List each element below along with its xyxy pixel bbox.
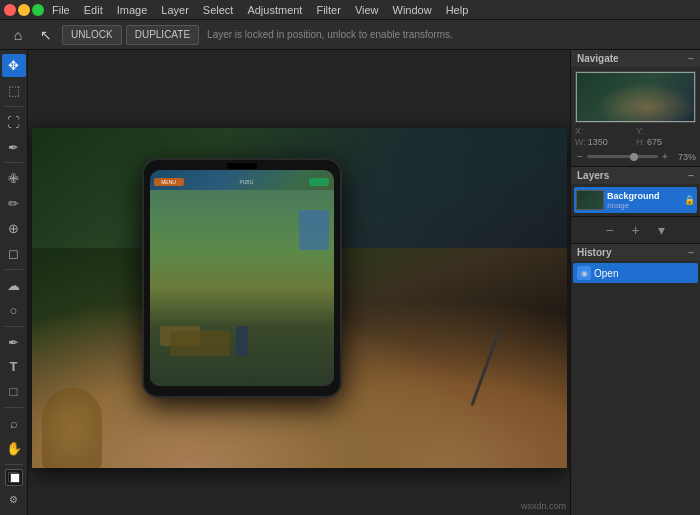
menu-bar: File Edit Image Layer Select Adjustment … — [0, 0, 700, 20]
layer-type: Image — [607, 201, 681, 210]
layers-controls: − + ▾ — [571, 216, 700, 243]
w-label: W: — [575, 137, 586, 147]
navigate-box — [576, 72, 695, 122]
navigate-thumbnail: X: Y: W: 1350 H: 675 — [571, 67, 700, 166]
layers-more-button[interactable]: ▾ — [653, 221, 671, 239]
navigate-title: Navigate — [577, 53, 619, 64]
navigate-header: Navigate − — [571, 50, 700, 67]
toolbox: ✥ ⬚ ⛶ ✒ ✙ ✏ ⊕ ◻ ☁ ○ ✒ T □ ⌕ ✋ ⚙ — [0, 50, 28, 515]
hand-tool[interactable]: ✋ — [2, 437, 26, 460]
pen-tool[interactable]: ✒ — [2, 331, 26, 354]
dodge-tool[interactable]: ○ — [2, 299, 26, 322]
navigate-preview[interactable] — [575, 71, 696, 123]
history-item-label: Open — [594, 268, 618, 279]
eyedropper-tool[interactable]: ✒ — [2, 136, 26, 159]
history-section: History − ◉ Open — [571, 244, 700, 515]
zoom-controls: − + 73% — [575, 151, 696, 162]
history-item[interactable]: ◉ Open — [573, 263, 698, 283]
menu-filter[interactable]: Filter — [310, 2, 346, 18]
history-header: History − — [571, 244, 700, 261]
photo-content: MENU PUBG — [32, 128, 567, 468]
move-tool[interactable]: ✥ — [2, 54, 26, 77]
eraser-tool[interactable]: ◻ — [2, 242, 26, 265]
healing-tool[interactable]: ✙ — [2, 167, 26, 190]
canvas-image[interactable]: MENU PUBG — [32, 128, 567, 468]
menu-layer[interactable]: Layer — [155, 2, 195, 18]
layers-section: Layers − Background Image 🔒 − + ▾ — [571, 167, 700, 244]
history-item-icon: ◉ — [577, 266, 591, 280]
h-value: 675 — [647, 137, 662, 147]
zoom-thumb[interactable] — [630, 153, 638, 161]
navigate-section: Navigate − X: Y: — [571, 50, 700, 167]
shape-tool[interactable]: □ — [2, 380, 26, 403]
h-label: H: — [636, 137, 645, 147]
layers-content: Background Image 🔒 — [571, 184, 700, 216]
layer-name: Background — [607, 191, 681, 201]
right-panel: Navigate − X: Y: — [570, 50, 700, 515]
zoom-percent: 73% — [672, 152, 696, 162]
x-label: X: — [575, 126, 584, 136]
window-close-button[interactable] — [4, 4, 16, 16]
layers-add-button[interactable]: + — [627, 221, 645, 239]
menu-window[interactable]: Window — [387, 2, 438, 18]
toolbar: ⌂ ↖ UNLOCK DUPLICATE Layer is locked in … — [0, 20, 700, 50]
clone-tool[interactable]: ⊕ — [2, 217, 26, 240]
menu-view[interactable]: View — [349, 2, 385, 18]
duplicate-button[interactable]: DUPLICATE — [126, 25, 199, 45]
window-maximize-button[interactable] — [32, 4, 44, 16]
layer-row[interactable]: Background Image 🔒 — [574, 187, 697, 213]
text-tool[interactable]: T — [2, 355, 26, 378]
tool-separator-4 — [5, 326, 23, 327]
settings-icon[interactable]: ⚙ — [2, 488, 26, 511]
layers-collapse-icon[interactable]: − — [688, 170, 694, 181]
tool-separator-2 — [5, 162, 23, 163]
layers-header: Layers − — [571, 167, 700, 184]
history-title: History — [577, 247, 611, 258]
pointer-icon[interactable]: ↖ — [34, 23, 58, 47]
main-layout: ✥ ⬚ ⛶ ✒ ✙ ✏ ⊕ ◻ ☁ ○ ✒ T □ ⌕ ✋ ⚙ — [0, 50, 700, 515]
tool-separator-6 — [5, 464, 23, 465]
zoom-tool[interactable]: ⌕ — [2, 412, 26, 435]
layer-thumbnail — [576, 190, 604, 210]
menu-edit[interactable]: Edit — [78, 2, 109, 18]
home-icon[interactable]: ⌂ — [6, 23, 30, 47]
tool-separator-3 — [5, 269, 23, 270]
history-collapse-icon[interactable]: − — [688, 247, 694, 258]
canvas-area[interactable]: MENU PUBG — [28, 50, 570, 515]
menu-select[interactable]: Select — [197, 2, 240, 18]
menu-file[interactable]: File — [46, 2, 76, 18]
navigate-collapse-icon[interactable]: − — [688, 53, 694, 64]
layer-lock-icon: 🔒 — [684, 195, 695, 205]
w-value: 1350 — [588, 137, 608, 147]
status-message: Layer is locked in position, unlock to e… — [207, 29, 453, 40]
y-label: Y: — [636, 126, 644, 136]
zoom-slider[interactable] — [587, 155, 658, 158]
history-content: ◉ Open — [571, 261, 700, 515]
layers-delete-button[interactable]: − — [601, 221, 619, 239]
marquee-tool[interactable]: ⬚ — [2, 79, 26, 102]
smudge-tool[interactable]: ☁ — [2, 274, 26, 297]
crop-tool[interactable]: ⛶ — [2, 111, 26, 134]
menu-image[interactable]: Image — [111, 2, 154, 18]
watermark: wsxdn.com — [521, 501, 566, 511]
unlock-button[interactable]: UNLOCK — [62, 25, 122, 45]
tool-separator-5 — [5, 407, 23, 408]
zoom-in-icon[interactable]: + — [660, 151, 670, 162]
menu-help[interactable]: Help — [440, 2, 475, 18]
menu-adjustment[interactable]: Adjustment — [241, 2, 308, 18]
tool-separator — [5, 106, 23, 107]
layer-info: Background Image — [607, 191, 681, 210]
zoom-out-icon[interactable]: − — [575, 151, 585, 162]
window-minimize-button[interactable] — [18, 4, 30, 16]
foreground-color-swatch[interactable] — [5, 469, 23, 486]
brush-tool[interactable]: ✏ — [2, 192, 26, 215]
layers-title: Layers — [577, 170, 609, 181]
navigate-coords: X: Y: W: 1350 H: 675 — [575, 126, 696, 147]
